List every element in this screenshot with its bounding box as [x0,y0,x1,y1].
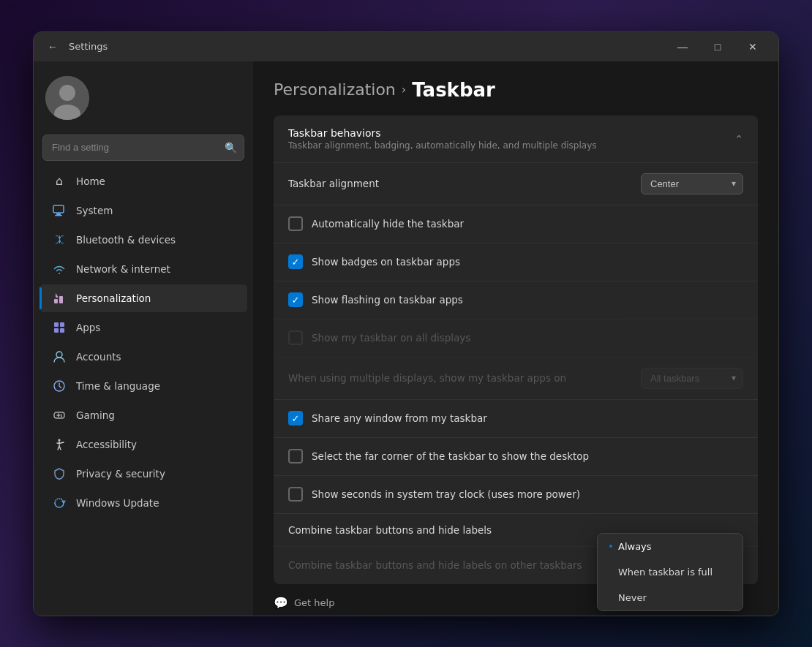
show-flashing-wrapper: Show flashing on taskbar apps [288,292,743,307]
titlebar-title: Settings [69,41,108,52]
auto-hide-label: Automatically hide the taskbar [312,218,464,230]
svg-point-1 [59,85,75,101]
update-icon [51,495,67,511]
far-corner-checkbox[interactable] [288,449,303,464]
maximize-button[interactable]: □ [701,35,734,58]
multiple-displays-select[interactable]: All taskbars [641,368,743,389]
nav-item-network[interactable]: Network & internet [40,255,247,283]
nav-item-personalization[interactable]: Personalization [40,284,247,312]
popup-when-full[interactable]: When taskbar is full [598,559,743,585]
show-seconds-row: Show seconds in system tray clock (uses … [274,475,758,513]
combine-buttons-label: Combine taskbar buttons and hide labels [288,524,492,536]
svg-rect-11 [60,328,64,333]
sidebar: 🔍 ⌂ Home System ⯰ Bluetooth & devices [34,61,253,616]
popup-always[interactable]: Always [598,534,743,559]
section-header-info: Taskbar behaviors Taskbar alignment, bad… [288,127,597,151]
show-flashing-label: Show flashing on taskbar apps [312,294,463,306]
nav-item-gaming[interactable]: Gaming [40,401,247,429]
show-flashing-row: Show flashing on taskbar apps [274,281,758,319]
network-icon [51,261,67,277]
svg-rect-8 [54,322,59,327]
breadcrumb-arrow: › [402,83,406,97]
auto-hide-checkbox[interactable] [288,216,303,231]
all-displays-wrapper: Show my taskbar on all displays [288,330,743,345]
nav-item-apps[interactable]: Apps [40,314,247,341]
close-button[interactable]: ✕ [736,35,770,58]
main-content: 🔍 ⌂ Home System ⯰ Bluetooth & devices [34,61,778,616]
nav-item-accessibility[interactable]: Accessibility [40,431,247,458]
popup-never-label: Never [618,592,647,603]
auto-hide-wrapper: Automatically hide the taskbar [288,216,743,231]
nav-item-time[interactable]: Time & language [40,372,247,400]
popup-never[interactable]: Never [598,585,743,610]
share-window-wrapper: Share any window from my taskbar [288,411,743,425]
nav-label-system: System [76,205,113,216]
nav-item-home[interactable]: ⌂ Home [40,167,247,195]
nav-label-gaming: Gaming [76,409,115,421]
nav-item-update[interactable]: Windows Update [40,489,247,517]
nav-label-personalization: Personalization [76,292,151,304]
section-title: Taskbar behaviors [288,127,597,139]
nav-label-network: Network & internet [76,263,170,275]
nav-item-privacy[interactable]: Privacy & security [40,460,247,488]
show-badges-row: Show badges on taskbar apps [274,243,758,281]
minimize-button[interactable]: — [666,35,699,58]
accounts-icon [51,349,67,365]
combine-other-label: Combine taskbar buttons and hide labels … [288,559,582,571]
nav-label-apps: Apps [76,322,100,333]
all-displays-checkbox[interactable] [288,330,303,345]
show-flashing-checkbox[interactable] [288,292,303,307]
nav-label-accessibility: Accessibility [76,439,137,450]
taskbar-behaviors-card: Taskbar behaviors Taskbar alignment, bad… [274,116,758,584]
show-seconds-checkbox[interactable] [288,487,303,502]
get-help-label: Get help [294,597,334,608]
far-corner-wrapper: Select the far corner of the taskbar to … [288,449,743,464]
gaming-icon [51,407,67,423]
system-icon [51,203,67,219]
get-help-icon: 💬 [274,596,288,610]
show-badges-wrapper: Show badges on taskbar apps [288,254,743,269]
show-seconds-label: Show seconds in system tray clock (uses … [312,488,580,500]
back-button[interactable]: ← [42,37,63,57]
far-corner-row: Select the far corner of the taskbar to … [274,437,758,475]
privacy-icon [51,466,67,482]
show-badges-checkbox[interactable] [288,254,303,269]
nav-label-privacy: Privacy & security [76,468,165,480]
bluetooth-icon: ⯰ [51,232,67,248]
nav-item-bluetooth[interactable]: ⯰ Bluetooth & devices [40,226,247,254]
svg-rect-6 [54,299,58,303]
nav-item-system[interactable]: System [40,197,247,224]
show-badges-label: Show badges on taskbar apps [312,256,460,268]
svg-rect-9 [60,322,64,327]
section-header[interactable]: Taskbar behaviors Taskbar alignment, bad… [274,116,758,162]
breadcrumb-current: Taskbar [412,79,495,101]
auto-hide-row: Automatically hide the taskbar [274,205,758,243]
settings-window: ← Settings — □ ✕ 🔍 [33,31,779,616]
share-window-checkbox[interactable] [288,411,303,425]
nav-label-time: Time & language [76,380,160,392]
combine-buttons-row: Combine taskbar buttons and hide labels … [274,513,758,546]
titlebar-controls: — □ ✕ [666,35,770,58]
avatar-section [34,70,253,132]
popup-always-label: Always [618,541,652,552]
selected-dot [609,545,612,548]
svg-rect-5 [55,215,62,216]
breadcrumb-parent: Personalization [274,80,396,99]
svg-point-15 [61,414,62,415]
avatar[interactable] [45,76,89,120]
search-box: 🔍 [42,135,244,161]
svg-point-17 [59,439,61,441]
svg-rect-3 [53,205,64,213]
svg-point-12 [56,352,62,357]
taskbar-alignment-dropdown-wrapper: Center Left ▾ [641,173,743,194]
personalization-icon [51,290,67,306]
multiple-displays-row: When using multiple displays, show my ta… [274,357,758,399]
search-input[interactable] [42,135,244,161]
accessibility-icon [51,436,67,453]
taskbar-alignment-select[interactable]: Center Left [641,173,743,194]
far-corner-label: Select the far corner of the taskbar to … [312,450,589,462]
share-window-row: Share any window from my taskbar [274,399,758,437]
nav-label-home: Home [76,175,105,187]
popup-when-full-label: When taskbar is full [618,567,713,578]
nav-item-accounts[interactable]: Accounts [40,343,247,371]
